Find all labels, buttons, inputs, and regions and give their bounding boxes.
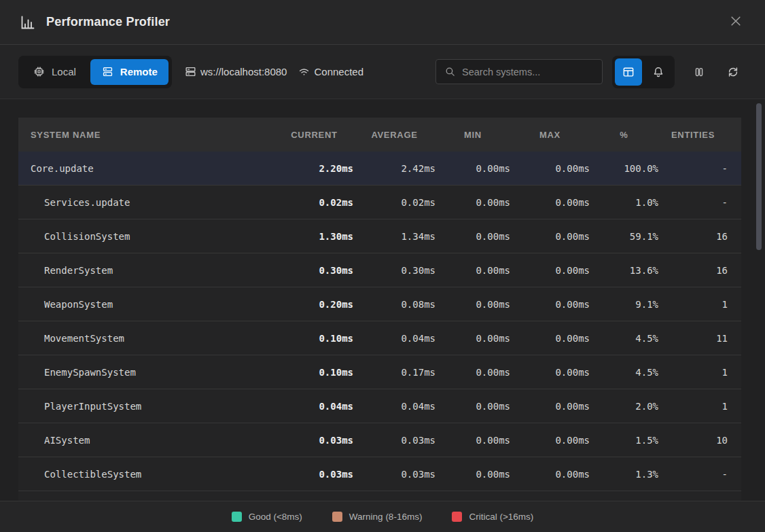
- average-cell: 0.30ms: [353, 265, 435, 276]
- system-name-cell: PlayerInputSystem: [18, 401, 275, 412]
- current-cell: 0.10ms: [275, 367, 353, 378]
- local-button[interactable]: Local: [22, 59, 87, 85]
- column-header-percent: %: [590, 130, 658, 140]
- page-title: Performance Profiler: [46, 15, 170, 29]
- table-row[interactable]: WeaponSystem 0.20ms 0.08ms 0.00ms 0.00ms…: [18, 287, 741, 321]
- system-name-cell: RenderSystem: [18, 265, 275, 276]
- entities-cell: 1: [658, 401, 728, 412]
- percent-cell: 1.0%: [590, 197, 658, 208]
- table-row[interactable]: Core.update 2.20ms 2.42ms 0.00ms 0.00ms …: [18, 152, 741, 185]
- entities-cell: -: [658, 197, 728, 208]
- legend-swatch: [332, 512, 342, 522]
- system-name-cell: CollectibleSystem: [18, 469, 275, 480]
- entities-cell: 11: [658, 333, 728, 344]
- min-cell: 0.00ms: [435, 367, 510, 378]
- average-cell: 0.04ms: [353, 333, 435, 344]
- legend-label: Critical (>16ms): [469, 512, 533, 522]
- column-header-average: AVERAGE: [353, 130, 435, 140]
- server-icon: [101, 65, 114, 78]
- wifi-icon: [298, 65, 310, 78]
- system-name-cell: EnemySpawnSystem: [18, 367, 275, 378]
- bell-icon: [652, 65, 665, 79]
- table-view-button[interactable]: [615, 58, 642, 86]
- min-cell: 0.00ms: [435, 197, 510, 208]
- search-box: [435, 59, 603, 84]
- legend-item: Warning (8-16ms): [332, 512, 423, 522]
- max-cell: 0.00ms: [510, 299, 590, 310]
- max-cell: 0.00ms: [510, 435, 590, 446]
- min-cell: 0.00ms: [435, 163, 510, 174]
- table-row[interactable]: MovementSystem 0.10ms 0.04ms 0.00ms 0.00…: [18, 321, 741, 355]
- table-row[interactable]: CollectibleSystem 0.03ms 0.03ms 0.00ms 0…: [18, 457, 741, 491]
- cpu-icon: [33, 65, 46, 78]
- max-cell: 0.00ms: [510, 265, 590, 276]
- legend-label: Warning (8-16ms): [349, 512, 423, 522]
- system-name-cell: Services.update: [18, 197, 275, 208]
- table-row[interactable]: CollisionSystem 1.30ms 1.34ms 0.00ms 0.0…: [18, 219, 741, 253]
- bar-chart-icon: [19, 14, 35, 31]
- system-name-cell: Core.update: [18, 163, 275, 174]
- entities-cell: 1: [658, 299, 728, 310]
- legend-label: Good (<8ms): [249, 512, 302, 522]
- column-header-max: MAX: [510, 130, 590, 140]
- table-row[interactable]: RenderSystem 0.30ms 0.30ms 0.00ms 0.00ms…: [18, 253, 741, 287]
- min-cell: 0.00ms: [435, 333, 510, 344]
- legend-swatch: [232, 512, 242, 522]
- entities-cell: 10: [658, 435, 728, 446]
- main-content: SYSTEM NAMECURRENTAVERAGEMINMAX%ENTITIES…: [0, 99, 765, 501]
- current-cell: 0.04ms: [275, 401, 353, 412]
- search-input[interactable]: [462, 67, 594, 77]
- refresh-button[interactable]: [719, 58, 747, 86]
- percent-cell: 1.3%: [590, 469, 658, 480]
- min-cell: 0.00ms: [435, 231, 510, 242]
- legend-bar: Good (<8ms) Warning (8-16ms) Critical (>…: [0, 501, 765, 532]
- entities-cell: 16: [658, 265, 728, 276]
- current-cell: 0.03ms: [275, 435, 353, 446]
- alerts-button[interactable]: [645, 58, 672, 86]
- toolbar: Local Remote: [0, 45, 765, 99]
- legend-item: Critical (>16ms): [452, 512, 533, 522]
- remote-button[interactable]: Remote: [90, 59, 168, 85]
- max-cell: 0.00ms: [510, 163, 590, 174]
- systems-table: SYSTEM NAMECURRENTAVERAGEMINMAX%ENTITIES…: [18, 118, 741, 501]
- average-cell: 1.34ms: [353, 231, 435, 242]
- title-bar: Performance Profiler: [0, 0, 765, 45]
- table-row[interactable]: PlayerInputSystem 0.04ms 0.04ms 0.00ms 0…: [18, 389, 741, 423]
- system-name-cell: AISystem: [18, 435, 275, 446]
- source-toggle-group: Local Remote: [18, 56, 172, 88]
- entities-cell: -: [658, 163, 728, 174]
- table-icon: [622, 65, 635, 79]
- view-toggle-group: [612, 56, 675, 88]
- close-button[interactable]: [726, 12, 746, 33]
- table-row[interactable]: AISystem 0.03ms 0.03ms 0.00ms 0.00ms 1.5…: [18, 423, 741, 457]
- max-cell: 0.00ms: [510, 231, 590, 242]
- max-cell: 0.00ms: [510, 333, 590, 344]
- percent-cell: 100.0%: [590, 163, 658, 174]
- table-row[interactable]: EnemySpawnSystem 0.10ms 0.17ms 0.00ms 0.…: [18, 355, 741, 389]
- host-icon: [184, 65, 197, 78]
- current-cell: 0.03ms: [275, 469, 353, 480]
- remote-button-label: Remote: [120, 66, 158, 77]
- local-button-label: Local: [52, 66, 76, 77]
- connection-status: Connected: [314, 66, 363, 77]
- legend-item: Good (<8ms): [232, 512, 302, 522]
- table-row[interactable]: Services.update 0.02ms 0.02ms 0.00ms 0.0…: [18, 185, 741, 219]
- pause-button[interactable]: [686, 58, 713, 86]
- pause-icon: [692, 65, 706, 79]
- min-cell: 0.00ms: [435, 435, 510, 446]
- connection-info: ws://localhost:8080 Connected: [184, 65, 363, 78]
- max-cell: 0.00ms: [510, 401, 590, 412]
- system-name-cell: MovementSystem: [18, 333, 275, 344]
- close-icon: [729, 14, 743, 30]
- current-cell: 0.20ms: [275, 299, 353, 310]
- table-body: Core.update 2.20ms 2.42ms 0.00ms 0.00ms …: [18, 152, 741, 491]
- percent-cell: 2.0%: [590, 401, 658, 412]
- average-cell: 0.17ms: [353, 367, 435, 378]
- percent-cell: 13.6%: [590, 265, 658, 276]
- average-cell: 0.03ms: [353, 435, 435, 446]
- vertical-scrollbar-thumb[interactable]: [756, 103, 762, 250]
- current-cell: 1.30ms: [275, 231, 353, 242]
- max-cell: 0.00ms: [510, 367, 590, 378]
- average-cell: 0.03ms: [353, 469, 435, 480]
- max-cell: 0.00ms: [510, 197, 590, 208]
